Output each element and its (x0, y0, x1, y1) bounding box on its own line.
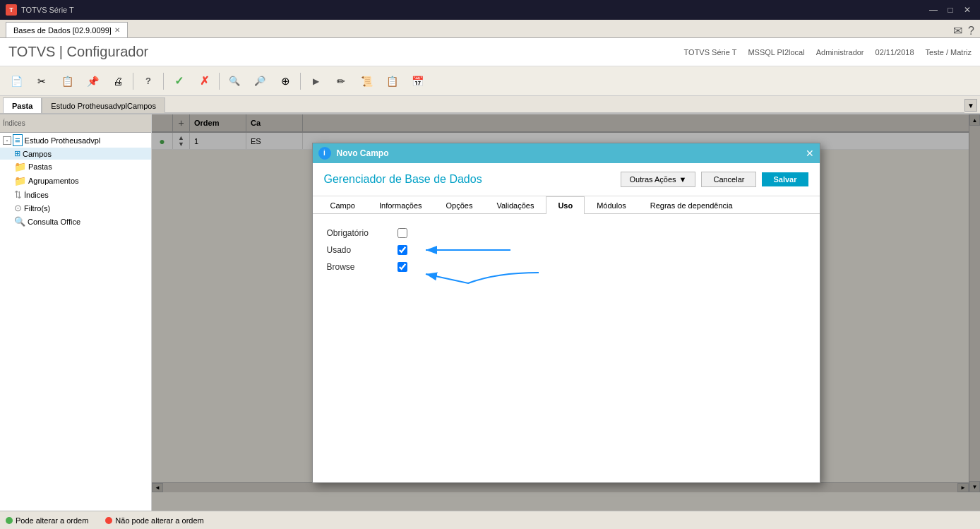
env-info: Teste / Matriz (926, 48, 972, 57)
obrigatorio-label: Obrigatório (327, 228, 398, 238)
sidebar-header: Índices (0, 114, 151, 133)
toolbar-sep-2 (163, 73, 164, 90)
folder-icon-2: 📁 (14, 175, 26, 186)
sidebar-item-agrupamentos[interactable]: 📁 Agrupamentos (0, 174, 151, 188)
browse-checkbox[interactable] (398, 262, 407, 272)
browse-label: Browse (327, 262, 398, 272)
salvar-button[interactable]: Salvar (762, 172, 808, 186)
app-icon: T (6, 4, 17, 16)
search-button[interactable] (222, 69, 246, 93)
window-close-button[interactable]: ✕ (960, 4, 974, 16)
next-icon (313, 76, 319, 86)
consult-icon: 🔍 (14, 216, 25, 227)
dialog-title-left: i Novo Campo (318, 147, 389, 160)
tab-regras[interactable]: Regras de dependência (638, 196, 745, 214)
app-title: TOTVS | Configurador (8, 44, 148, 60)
cal-button[interactable] (405, 69, 429, 93)
edit-icon (337, 76, 345, 87)
sidebar-item-estudo[interactable]: - ≡ Estudo Protheusadvpl (0, 133, 151, 148)
sidebar-item-pastas[interactable]: 📁 Pastas (0, 160, 151, 174)
cut-icon (37, 76, 46, 87)
sidebar-filtros-label: Filtro(s) (24, 204, 50, 213)
maximize-button[interactable]: □ (943, 4, 957, 16)
date-info: 02/11/2018 (876, 48, 914, 57)
paste-button[interactable] (80, 69, 104, 93)
copy-button[interactable] (55, 69, 79, 93)
sidebar-pastas-label: Pastas (28, 162, 52, 171)
paste-icon (87, 76, 99, 87)
sidebar-campos-label: Campos (23, 150, 52, 158)
tab-opcoes[interactable]: Opções (434, 196, 485, 214)
copy-icon (61, 76, 73, 87)
sidebar-item-filtros[interactable]: ⊙ Filtro(s) (0, 201, 151, 215)
dialog-title-text: Novo Campo (337, 148, 389, 158)
sidebar-agrupamentos-label: Agrupamentos (28, 177, 79, 185)
dialog-tabs: Campo Informações Opções Validações Uso (313, 196, 820, 214)
dialog-header-title: Gerenciador de Base de Dados (324, 173, 482, 186)
main-layout: Índices - ≡ Estudo Protheusadvpl ⊞ Campo… (0, 114, 980, 511)
tab-validacoes[interactable]: Validações (484, 196, 546, 214)
tab-close-icon[interactable]: ✕ (114, 26, 120, 34)
dialog-content-uso: Obrigatório Usado (313, 214, 820, 482)
tab-pasta[interactable]: Pasta (3, 97, 42, 113)
print-icon (113, 76, 123, 87)
user-info: Administrador (816, 48, 864, 57)
toolbar-sep-3 (219, 73, 220, 90)
status-red-dot (105, 517, 112, 524)
tab-uso[interactable]: Uso (546, 196, 585, 214)
sidebar-header-label: Índices (3, 119, 25, 127)
edit-button[interactable] (329, 69, 353, 93)
sidebar: Índices - ≡ Estudo Protheusadvpl ⊞ Campo… (0, 114, 152, 511)
dialog-header-actions: Outras Ações ▼ Cancelar Salvar (621, 172, 808, 187)
dialog-title-icon: i (318, 147, 331, 160)
tab-campo[interactable]: Campo (318, 196, 367, 214)
usado-label: Usado (327, 245, 398, 255)
outras-acoes-button[interactable]: Outras Ações ▼ (621, 172, 696, 187)
usado-checkbox[interactable] (398, 245, 407, 255)
cancel-toolbar-button[interactable] (192, 69, 216, 93)
help-button[interactable] (136, 69, 160, 93)
folder-icon: 📁 (14, 161, 26, 172)
minimize-button[interactable]: — (926, 4, 940, 16)
print-button[interactable] (106, 69, 130, 93)
toolbar: 📋 (0, 66, 980, 96)
main-tab[interactable]: Bases de Dados [02.9.0099] ✕ (6, 22, 128, 37)
nav-tabs: Pasta Estudo ProtheusadvplCampos ▼ (0, 96, 980, 114)
cancelar-button[interactable]: Cancelar (701, 172, 756, 187)
nav-dropdown-button[interactable]: ▼ (964, 99, 977, 112)
sidebar-indices-label: Índices (24, 191, 49, 199)
sidebar-item-indices[interactable]: ⇅ Índices (0, 188, 151, 201)
indices-icon: ⇅ (14, 189, 22, 200)
zoom-button[interactable] (273, 69, 297, 93)
sidebar-item-campos[interactable]: ⊞ Campos (0, 148, 151, 160)
confirm-button[interactable] (167, 69, 191, 93)
obrigatorio-checkbox[interactable] (398, 228, 407, 238)
search-all-button[interactable] (248, 69, 272, 93)
tab-informacoes[interactable]: Informações (367, 196, 434, 214)
cut-button[interactable] (30, 69, 54, 93)
db-info: MSSQL PI2local (748, 48, 804, 57)
sidebar-item-consulta[interactable]: 🔍 Consulta Office (0, 215, 151, 228)
dropdown-arrow-icon: ▼ (679, 175, 687, 184)
next-button[interactable] (304, 69, 328, 93)
status-can-change: Pode alterar a ordem (6, 516, 88, 525)
script2-button[interactable]: 📋 (380, 69, 404, 93)
help-icon[interactable]: ? (968, 25, 974, 37)
expand-icon[interactable]: - (3, 136, 11, 145)
new-icon (11, 76, 23, 87)
new-button[interactable] (4, 69, 28, 93)
status-cannot-change: Não pode alterar a ordem (105, 516, 203, 525)
tab-modulos[interactable]: Módulos (585, 196, 638, 214)
header-info: TOTVS Série T MSSQL PI2local Administrad… (684, 48, 972, 57)
dialog-close-button[interactable]: ✕ (806, 148, 814, 159)
obrigatorio-row: Obrigatório (327, 228, 806, 238)
window-title: TOTVS Série T (21, 6, 74, 14)
script-button[interactable] (354, 69, 378, 93)
sidebar-estudo-label: Estudo Protheusadvpl (25, 136, 101, 145)
tab-estudo[interactable]: Estudo ProtheusadvplCampos (42, 97, 165, 113)
email-icon[interactable]: ✉ (953, 24, 962, 37)
modal-overlay: i Novo Campo ✕ Gerenciador de Base de Da… (152, 114, 980, 511)
cal-icon (412, 76, 424, 87)
title-bar-controls: — □ ✕ (926, 4, 974, 16)
help-icon-2 (145, 76, 151, 86)
